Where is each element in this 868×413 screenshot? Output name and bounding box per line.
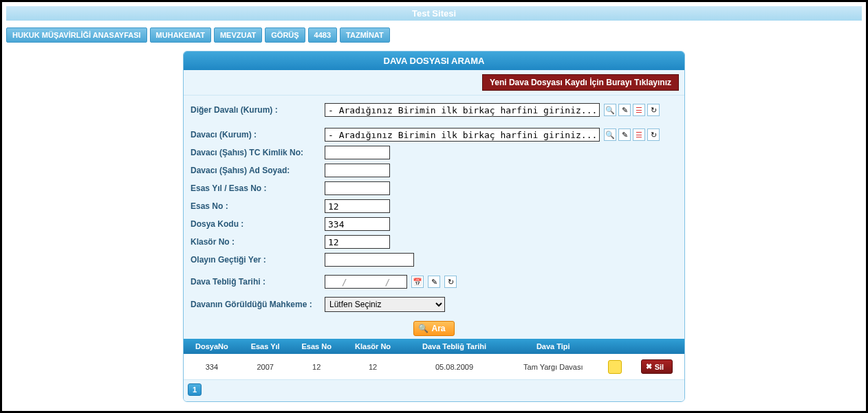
site-title: Test Sitesi <box>6 6 862 21</box>
search-panel: DAVA DOSYASI ARAMA Yeni Dava Dosyası Kay… <box>183 51 685 402</box>
results-table: DosyaNo Esas Yıl Esas No Klasör No Dava … <box>184 339 684 380</box>
pager: 1 <box>184 380 684 401</box>
note-button[interactable] <box>608 360 622 374</box>
cell-klasor-no: 12 <box>343 354 403 380</box>
label-davaci-kurum: Davacı (Kurum) : <box>191 130 325 139</box>
nav-tazminat[interactable]: TAZMİNAT <box>340 27 390 43</box>
nav-muhakemat[interactable]: MUHAKEMAT <box>150 27 211 43</box>
input-esas-no[interactable] <box>325 199 390 213</box>
tree-icon[interactable]: ☰ <box>633 104 645 116</box>
magnifier-icon: 🔍 <box>418 324 428 333</box>
calendar-icon[interactable]: 📅 <box>411 276 424 288</box>
nav-gorus[interactable]: GÖRÜŞ <box>265 27 305 43</box>
refresh-icon[interactable]: ↻ <box>647 129 660 141</box>
cell-tipi: Tam Yargı Davası <box>506 354 601 380</box>
new-record-bar: Yeni Dava Dosyası Kaydı İçin Burayı Tıkl… <box>184 70 684 96</box>
cell-teblig: 05.08.2009 <box>403 354 506 380</box>
input-ad-soyad[interactable] <box>325 164 390 177</box>
nav-anasayfa[interactable]: HUKUK MÜŞAVİRLİĞİ ANASAYFASI <box>6 27 147 43</box>
select-mahkeme[interactable]: Lütfen Seçiniz <box>325 297 445 312</box>
label-mahkeme: Davanın Görüldüğü Mahkeme : <box>191 300 325 309</box>
input-olay-yer[interactable] <box>325 253 414 267</box>
col-dosyano: DosyaNo <box>184 339 240 354</box>
refresh-icon[interactable]: ↻ <box>444 276 457 288</box>
input-esas-yil-no[interactable] <box>325 181 390 195</box>
col-note <box>601 339 629 354</box>
label-dosya-kodu: Dosya Kodu : <box>191 219 325 229</box>
magnifier-icon[interactable]: 🔍 <box>604 104 616 116</box>
label-olay-yer: Olayın Geçtiği Yer : <box>191 255 325 265</box>
input-diger-davali[interactable] <box>325 103 600 117</box>
cell-esas-yil: 2007 <box>240 354 291 380</box>
page-1-button[interactable]: 1 <box>188 383 202 396</box>
col-esas-no: Esas No <box>290 339 343 354</box>
close-icon: ✖ <box>646 362 652 371</box>
label-klasor-no: Klasör No : <box>191 237 325 247</box>
col-teblig: Dava Tebliğ Tarihi <box>403 339 506 354</box>
table-row: 334 2007 12 12 05.08.2009 Tam Yargı Dava… <box>184 354 684 380</box>
col-delete <box>629 339 684 354</box>
col-esas-yil: Esas Yıl <box>240 339 291 354</box>
nav-4483[interactable]: 4483 <box>308 27 337 43</box>
col-klasor-no: Klasör No <box>343 339 403 354</box>
refresh-icon[interactable]: ↻ <box>647 104 660 116</box>
app-frame: Test Sitesi HUKUK MÜŞAVİRLİĞİ ANASAYFASI… <box>0 0 868 413</box>
magnifier-icon[interactable]: 🔍 <box>604 129 616 141</box>
nav-mevzuat[interactable]: MEVZUAT <box>214 27 262 43</box>
input-teblig-tarihi[interactable] <box>325 275 407 289</box>
label-teblig-tarihi: Dava Tebliğ Tarihi : <box>191 277 325 287</box>
search-button-label: Ara <box>431 324 445 333</box>
search-button[interactable]: 🔍 Ara <box>413 321 454 336</box>
form-area: Diğer Davalı (Kurum) : 🔍 ✎ ☰ ↻ Davacı (K… <box>184 96 684 318</box>
label-tc-kimlik: Davacı (Şahıs) TC Kimlik No: <box>191 148 325 157</box>
label-esas-yil-no: Esas Yıl / Esas No : <box>191 183 325 193</box>
brush-icon[interactable]: ✎ <box>618 129 631 141</box>
cell-esas-no: 12 <box>290 354 343 380</box>
label-ad-soyad: Davacı (Şahıs) Ad Soyad: <box>191 166 325 175</box>
new-record-button[interactable]: Yeni Dava Dosyası Kaydı İçin Burayı Tıkl… <box>482 74 679 91</box>
brush-icon[interactable]: ✎ <box>428 276 440 288</box>
delete-button-label: Sil <box>655 363 664 371</box>
input-dosya-kodu[interactable] <box>325 217 390 231</box>
delete-button[interactable]: ✖ Sil <box>641 359 673 374</box>
tree-icon[interactable]: ☰ <box>633 129 645 141</box>
cell-dosyano: 334 <box>184 354 240 380</box>
input-klasor-no[interactable] <box>325 235 390 249</box>
brush-icon[interactable]: ✎ <box>618 104 631 116</box>
panel-title: DAVA DOSYASI ARAMA <box>184 52 684 70</box>
input-davaci-kurum[interactable] <box>325 128 600 142</box>
nav-bar: HUKUK MÜŞAVİRLİĞİ ANASAYFASI MUHAKEMAT M… <box>6 27 862 43</box>
label-esas-no: Esas No : <box>191 201 325 211</box>
input-tc-kimlik[interactable] <box>325 146 390 159</box>
col-tipi: Dava Tipi <box>506 339 601 354</box>
label-diger-davali: Diğer Davalı (Kurum) : <box>191 105 325 115</box>
